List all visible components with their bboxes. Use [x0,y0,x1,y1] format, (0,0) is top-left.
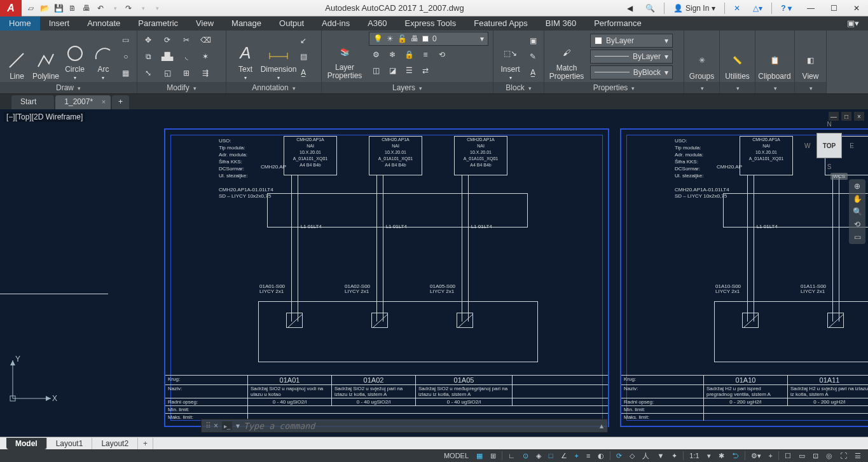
undo-icon[interactable]: ↶ [94,2,107,15]
save-icon[interactable]: 💾 [52,2,65,15]
tab-featured[interactable]: Featured Apps [465,17,537,31]
cmd-close-icon[interactable]: × [214,421,218,430]
table-icon[interactable]: ▤ [296,50,310,64]
utilities-button[interactable]: 📏Utilities [724,32,751,81]
tab-output[interactable]: Output [270,17,313,31]
otrack-icon[interactable]: ∠ [558,450,570,461]
erase-icon[interactable]: ⌫ [198,33,212,47]
transparency-icon[interactable]: ◐ [595,450,607,461]
leader-icon[interactable]: ↙ [296,34,310,48]
tab-express[interactable]: Express Tools [396,17,465,31]
viewport-close-icon[interactable]: × [854,112,864,121]
match-properties-button[interactable]: 🖌Match Properties [548,32,585,81]
iso-icon[interactable]: ◈ [533,450,544,461]
arc-button[interactable]: Arc▾ [90,32,116,81]
annotation-monitor-icon[interactable]: + [766,450,776,461]
trim-icon[interactable]: ✂ [179,33,193,47]
dimension-button[interactable]: Dimension▾ [263,32,294,81]
viewcube-e[interactable]: E [850,142,854,149]
explode-icon[interactable]: ✶ [198,50,212,64]
clipboard-button[interactable]: 📋Clipboard [759,32,790,81]
copy-icon[interactable]: ⧉ [141,50,155,64]
text-button[interactable]: AText▾ [230,32,261,81]
zoom-icon[interactable]: 🔍 [853,207,862,216]
edit-attr-icon[interactable]: A̲ [526,65,540,79]
edit-block-icon[interactable]: ✎ [526,50,540,64]
annoscale-dropdown[interactable]: ▾ [704,450,714,461]
tab-start[interactable]: Start [11,95,54,109]
tab-manage[interactable]: Manage [223,17,270,31]
dyninput-icon[interactable]: + [572,450,582,461]
mtext-icon[interactable]: A̲ [296,65,310,79]
circle-button[interactable]: Circle▾ [62,32,88,81]
viewcube-n[interactable]: N [827,121,831,128]
tab-addins[interactable]: Add-ins [313,17,359,31]
annoautoscale-icon[interactable]: ⮌ [729,450,742,461]
gizmo-icon[interactable]: ✦ [668,450,680,461]
layer-uniso-icon[interactable]: ◪ [385,64,399,78]
ribbon-collapse-icon[interactable]: ▣▾ [838,17,868,31]
sign-in-button[interactable]: 👤 Sign In ▾ [670,3,719,14]
a360-icon[interactable]: △▾ [749,3,766,14]
layer-state-icon[interactable]: ☰ [402,64,416,78]
snap-toggle-icon[interactable]: ⊞ [487,450,499,461]
viewport-minimize-icon[interactable]: — [829,112,839,121]
command-line[interactable]: ⠿ × ▸_ ▾ ▴ [201,419,608,433]
drawing-area[interactable]: [−][Top][2D Wireframe] — □ × USO:Tip mod… [0,109,868,437]
qat-customize[interactable] [150,2,163,15]
mirror-icon[interactable]: ▟▙ [160,50,174,64]
tab-annotate[interactable]: Annotate [78,17,129,31]
fillet-icon[interactable]: ◟ [179,50,193,64]
layer-properties-button[interactable]: 📚 Layer Properties [326,32,364,80]
layer-walk-icon[interactable]: ⇄ [418,64,432,78]
model-tab[interactable]: Model [6,438,47,449]
insert-button[interactable]: ⬚↘Insert▾ [497,32,523,81]
view-expand[interactable] [808,83,813,92]
create-block-icon[interactable]: ▣ [526,34,540,48]
orbit-icon[interactable]: ⟲ [854,220,860,229]
full-nav-icon[interactable]: ⊕ [854,182,860,191]
layout2-tab[interactable]: Layout2 [92,438,138,449]
viewport-maximize-icon[interactable]: □ [841,112,851,121]
tab-home[interactable]: Home [0,17,40,31]
view-controls[interactable]: [−][Top][2D Wireframe] [4,112,85,122]
ortho-icon[interactable]: ∟ [505,450,518,461]
cmd-recent-icon[interactable]: ▾ [236,421,240,430]
osnap-icon[interactable]: □ [546,450,556,461]
move-icon[interactable]: ✥ [141,33,155,47]
quickprops-icon[interactable]: ▭ [796,450,808,461]
groups-expand[interactable] [699,83,704,92]
layer-freeze-icon[interactable]: ❄ [385,48,399,62]
layer-lock-icon[interactable]: 🔒 [402,48,416,62]
exchange-icon[interactable]: ✕ [730,3,744,14]
undo-dropdown[interactable] [108,2,121,15]
tab-bim360[interactable]: BIM 360 [537,17,585,31]
showmotion-icon[interactable]: ▭ [854,233,861,241]
polar-icon[interactable]: ⊙ [520,450,532,461]
ellipse-icon[interactable]: ○ [119,50,133,64]
search-back-icon[interactable]: ◀ [624,2,637,15]
stretch-icon[interactable]: ⤡ [141,66,155,80]
array-icon[interactable]: ⊞ [179,66,193,80]
layer-prev-icon[interactable]: ⟲ [435,48,449,62]
modelspace-toggle[interactable]: MODEL [441,450,472,461]
cleanscreen-icon[interactable]: ⛶ [837,450,850,461]
tab-close-icon[interactable]: × [102,98,106,105]
cmd-grip-icon[interactable]: ⠿ [205,421,210,430]
units-icon[interactable]: ☐ [782,450,794,461]
layer-off-icon[interactable]: ⚙ [369,48,383,62]
selection-filter-icon[interactable]: ▼ [654,450,667,461]
redo-icon[interactable]: ↷ [122,2,135,15]
tab-document[interactable]: 1_2007*× [55,95,111,109]
rectangle-icon[interactable]: ▭ [119,33,133,47]
minimize-button[interactable]: — [799,0,822,17]
open-icon[interactable]: 📂 [38,2,51,15]
layout-add-button[interactable]: + [138,438,153,449]
rotate-icon[interactable]: ⟳ [160,33,174,47]
workspace-switch-icon[interactable]: ⚙▾ [748,450,764,461]
tab-performance[interactable]: Performance [585,17,650,31]
utilities-expand[interactable] [735,83,740,92]
view-button[interactable]: ◧View [799,32,822,81]
cmd-customize-icon[interactable]: ▴ [600,421,603,430]
tab-view[interactable]: View [187,17,223,31]
